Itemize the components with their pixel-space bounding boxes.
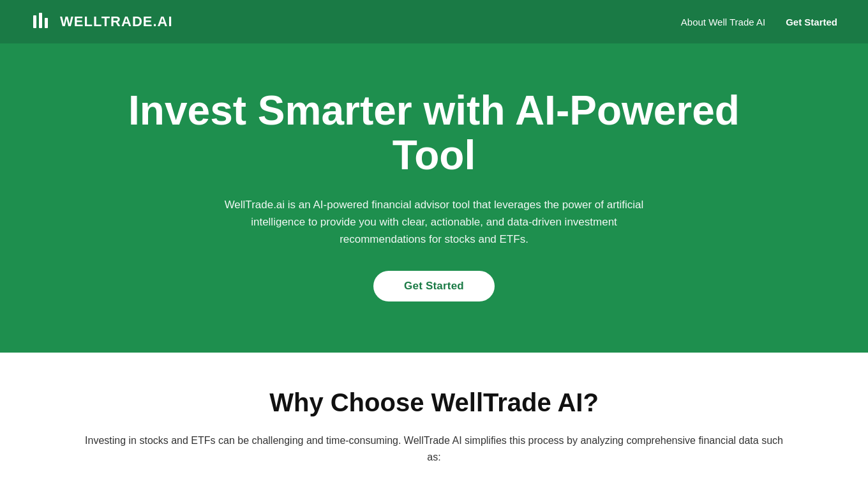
nav-get-started-link[interactable]: Get Started <box>786 17 837 27</box>
navbar: WELLTRADE.AI About Well Trade AI Get Sta… <box>0 0 868 43</box>
hero-cta-button[interactable]: Get Started <box>373 271 495 301</box>
svg-rect-1 <box>39 13 42 28</box>
logo[interactable]: WELLTRADE.AI <box>31 10 173 33</box>
hero-section: Invest Smarter with AI-Powered Tool Well… <box>0 43 868 353</box>
section-title: Why Choose WellTrade AI? <box>31 388 837 417</box>
svg-rect-2 <box>45 18 48 28</box>
logo-icon <box>31 10 54 33</box>
about-link[interactable]: About Well Trade AI <box>681 17 765 27</box>
svg-rect-0 <box>33 15 36 28</box>
logo-text: WELLTRADE.AI <box>60 13 173 30</box>
main-content: Why Choose WellTrade AI? Investing in st… <box>0 353 868 488</box>
nav-links: About Well Trade AI Get Started <box>681 17 837 27</box>
hero-title: Invest Smarter with AI-Powered Tool <box>128 88 740 178</box>
hero-subtitle: WellTrade.ai is an AI-powered financial … <box>217 196 651 248</box>
section-description: Investing in stocks and ETFs can be chal… <box>83 432 785 465</box>
